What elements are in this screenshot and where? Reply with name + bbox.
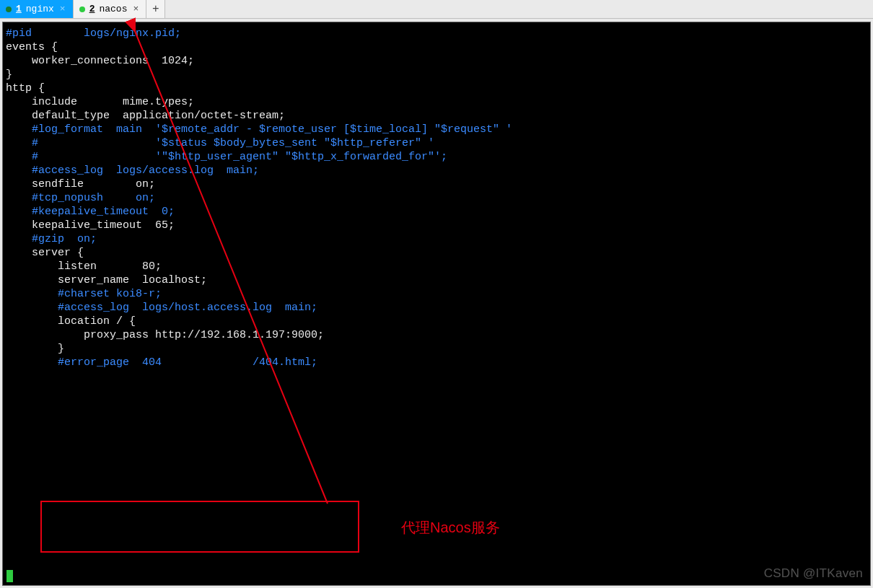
code-line: #log_format main '$remote_addr - $remote…: [6, 123, 867, 136]
code-line: server_name localhost;: [6, 273, 867, 287]
code-line: #gzip on;: [6, 232, 867, 246]
tab-index: 1: [16, 4, 22, 14]
code-line: include mime.types;: [6, 95, 867, 109]
code-line: events {: [6, 40, 867, 54]
annotation-label: 代理Nacos服务: [401, 518, 500, 537]
code-line: default_type application/octet-stream;: [6, 109, 867, 123]
close-icon[interactable]: ×: [131, 4, 140, 14]
code-line: #pid logs/nginx.pid;: [6, 27, 867, 40]
code-line: server {: [6, 246, 867, 260]
code-line: #error_page 404 /404.html;: [6, 356, 867, 369]
code-line: # '$status $body_bytes_sent "$http_refer…: [6, 136, 867, 150]
code-line: }: [6, 68, 867, 82]
code-line: location / {: [6, 315, 867, 328]
status-dot-icon: [79, 6, 85, 12]
tab-bar: 1 nginx × 2 nacos × +: [0, 0, 873, 19]
code-line: keepalive_timeout 65;: [6, 219, 867, 232]
tab-nginx[interactable]: 1 nginx ×: [0, 0, 74, 18]
tab-label: nginx: [26, 4, 54, 14]
code-line: }: [6, 342, 867, 356]
code-line: #tcp_nopush on;: [6, 191, 867, 205]
code-line: worker_connections 1024;: [6, 54, 867, 68]
tab-label: nacos: [99, 4, 127, 14]
status-dot-icon: [6, 6, 12, 12]
app-root: { "tabbar": { "tabs": [ { "index": "1", …: [0, 0, 873, 588]
tab-index: 2: [89, 4, 95, 14]
code-line: #keepalive_timeout 0;: [6, 205, 867, 219]
new-tab-button[interactable]: +: [146, 0, 165, 18]
close-icon[interactable]: ×: [58, 4, 67, 14]
code-line: proxy_pass http://192.168.1.197:9000;: [6, 328, 867, 342]
code-line: sendfile on;: [6, 177, 867, 191]
code-line: http {: [6, 82, 867, 95]
code-line: #charset koi8-r;: [6, 287, 867, 301]
code-line: listen 80;: [6, 260, 867, 273]
terminal-cursor: [6, 570, 13, 582]
code-line: #access_log logs/host.access.log main;: [6, 301, 867, 315]
annotation-box: [40, 501, 359, 553]
tab-nacos[interactable]: 2 nacos ×: [74, 0, 147, 18]
code-line: #access_log logs/access.log main;: [6, 164, 867, 177]
code-line: # '"$http_user_agent" "$http_x_forwarded…: [6, 150, 867, 164]
